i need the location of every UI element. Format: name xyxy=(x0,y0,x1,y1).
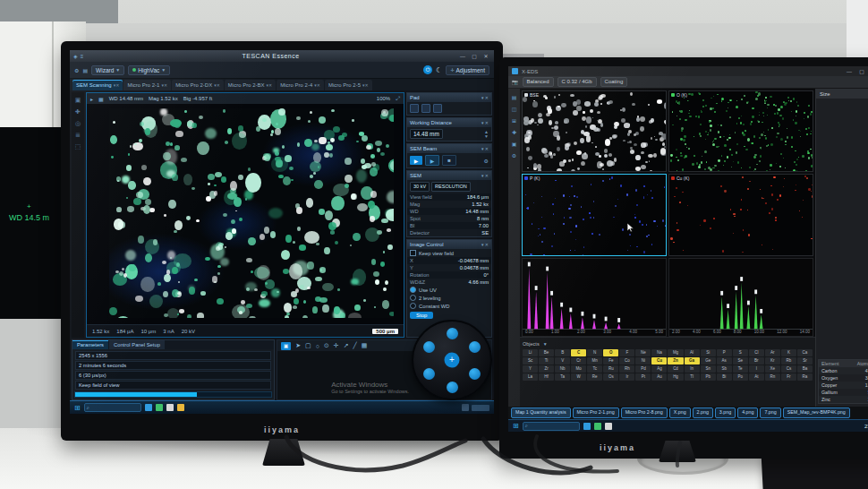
line-tool-icon[interactable]: ╱ xyxy=(353,342,357,349)
element-be[interactable]: Be xyxy=(539,349,554,356)
doc-tab-micro-pro-2-1-png[interactable]: Micro Pro 2-1.png xyxy=(573,408,619,418)
coating-chip[interactable]: Coating xyxy=(600,77,628,87)
play-icon[interactable]: ▸ xyxy=(90,96,93,102)
windows-start-icon[interactable]: ⊞ xyxy=(513,422,519,430)
joystick-dot[interactable] xyxy=(447,328,458,339)
add-icon[interactable]: ✚ xyxy=(512,129,516,135)
element-na[interactable]: Na xyxy=(651,349,667,356)
grid-icon[interactable]: ▦ xyxy=(98,96,104,102)
list-icon[interactable]: ▤ xyxy=(82,67,88,73)
taskbar-app-icon[interactable] xyxy=(166,404,174,411)
element-mg[interactable]: Mg xyxy=(668,349,683,356)
expand-icon[interactable]: ⤢ xyxy=(396,96,400,102)
windows-start-icon[interactable]: ⊞ xyxy=(74,404,81,412)
element-ag[interactable]: Ag xyxy=(651,365,667,373)
element-si[interactable]: Si xyxy=(701,349,716,356)
element-re[interactable]: Re xyxy=(587,373,602,381)
panel-controls-icon[interactable]: ▾ ✕ xyxy=(481,242,489,247)
taskbar-app-icon[interactable] xyxy=(594,423,601,430)
element-at[interactable]: At xyxy=(749,373,764,381)
size-header[interactable]: Size xyxy=(816,89,868,99)
radio-icon[interactable] xyxy=(410,287,416,293)
spectrum-low-energy[interactable]: 0.001.002.003.004.005.00 xyxy=(522,258,667,338)
close-icon[interactable]: ✕ xyxy=(481,53,490,59)
cross-tool-icon[interactable]: ✛ xyxy=(334,342,339,349)
element-cs[interactable]: Cs xyxy=(781,365,796,373)
beam-panel-header[interactable]: SEM Beam ▾ ✕ xyxy=(407,144,491,153)
camera-icon[interactable]: 📷 xyxy=(512,79,519,85)
menu-icon[interactable]: ≡ xyxy=(81,54,84,59)
element-ta[interactable]: Ta xyxy=(555,373,570,381)
sem-image-area[interactable] xyxy=(87,104,404,324)
pad-button[interactable] xyxy=(433,104,442,113)
element-ga[interactable]: Ga xyxy=(685,357,700,365)
element-mo[interactable]: Mo xyxy=(571,365,586,373)
add-tool-icon[interactable]: ✚ xyxy=(75,108,81,116)
maximize-icon[interactable]: ▢ xyxy=(470,53,479,59)
radio-icon[interactable] xyxy=(410,303,416,309)
tab-close-icon[interactable]: ▾✕ xyxy=(214,82,220,88)
element-cl[interactable]: Cl xyxy=(749,349,764,356)
circle-tool-icon[interactable]: ○ xyxy=(316,343,319,349)
wizard-button[interactable]: Wizard ▼ xyxy=(91,65,124,75)
tab-micro-pro-2-bx[interactable]: Micro Pro 2-BX▾✕ xyxy=(225,80,276,90)
report-icon[interactable]: ▣ xyxy=(512,141,517,147)
joystick-dot[interactable] xyxy=(469,341,481,353)
pad-button[interactable] xyxy=(421,104,430,113)
element-i[interactable]: I xyxy=(749,365,764,373)
doc-tab-3-png[interactable]: 3.png xyxy=(715,408,736,418)
panel-controls-icon[interactable]: ▾ ✕ xyxy=(481,173,489,178)
gear-icon[interactable]: ⚙ xyxy=(74,67,79,73)
element-c[interactable]: C xyxy=(571,349,586,356)
tab-micro-pro-2-1[interactable]: Micro Pro 2-1▾✕ xyxy=(123,80,171,90)
cursor-tool-icon[interactable]: ➤ xyxy=(295,342,301,349)
element-tl[interactable]: Tl xyxy=(685,373,700,381)
element-li[interactable]: Li xyxy=(523,349,538,356)
joystick-dot[interactable] xyxy=(423,368,435,380)
element-po[interactable]: Po xyxy=(733,373,748,381)
element-cd[interactable]: Cd xyxy=(668,365,683,373)
checkbox-icon[interactable] xyxy=(410,250,416,256)
doc-tab-sem-map-rev-bmp4k-png[interactable]: SEM_Map_rev-BMP4K.png xyxy=(783,408,850,418)
element-ru[interactable]: Ru xyxy=(603,365,618,373)
highvac-button[interactable]: HighVac ▼ xyxy=(128,65,170,75)
panel-controls-icon[interactable]: ▾ ✕ xyxy=(481,146,489,151)
mode-chip[interactable]: RESOLUTION xyxy=(431,182,471,192)
taskbar-app-icon[interactable] xyxy=(145,404,152,411)
taskbar-search[interactable]: ⌕ xyxy=(84,403,141,412)
joystick-dot[interactable] xyxy=(469,368,481,380)
tab-parameters[interactable]: Parameters xyxy=(72,340,108,349)
minimize-icon[interactable]: — xyxy=(458,54,467,59)
element-ba[interactable]: Ba xyxy=(797,365,813,373)
element-row-oxygen[interactable]: Oxygen31.02 xyxy=(819,374,868,382)
tab-close-icon[interactable]: ▾✕ xyxy=(314,82,320,88)
tab-close-icon[interactable]: ▾✕ xyxy=(114,82,120,88)
power-icon[interactable]: ⏻ xyxy=(423,65,432,74)
rect-tool-icon[interactable]: ▢ xyxy=(305,342,311,349)
tray-clock-area[interactable] xyxy=(472,405,489,411)
beam-scan-button[interactable]: ▶ xyxy=(425,155,439,166)
joystick-dot[interactable] xyxy=(423,341,435,353)
element-pb[interactable]: Pb xyxy=(701,373,716,381)
pad-button[interactable] xyxy=(410,104,419,113)
element-k[interactable]: K xyxy=(781,349,796,356)
element-cr[interactable]: Cr xyxy=(571,357,586,365)
element-row-gallium[interactable]: Gallium5.44 xyxy=(819,389,868,396)
element-ir[interactable]: Ir xyxy=(619,373,634,381)
stepper-icon[interactable]: ▲▼ xyxy=(484,130,489,139)
doc-tab-4-png[interactable]: 4.png xyxy=(737,408,758,418)
tab-micro-pro-2-dx[interactable]: Micro Pro 2-DX▾✕ xyxy=(172,80,224,90)
gear-icon[interactable]: ⚙ xyxy=(484,158,489,164)
element-pt[interactable]: Pt xyxy=(635,373,651,381)
element-pd[interactable]: Pd xyxy=(635,365,651,373)
element-bi[interactable]: Bi xyxy=(717,373,732,381)
project-icon[interactable]: ▤ xyxy=(512,94,517,100)
doc-tab-micro-pro-2-8-png[interactable]: Micro Pro 2-8.png xyxy=(621,408,668,418)
panel-controls-icon[interactable]: ▾ ✕ xyxy=(481,120,489,125)
map-icon[interactable]: ⊞ xyxy=(512,117,516,124)
element-rb[interactable]: Rb xyxy=(781,357,796,365)
element-sn[interactable]: Sn xyxy=(701,365,716,373)
panel-controls-icon[interactable]: ▾ ✕ xyxy=(481,95,489,100)
element-ge[interactable]: Ge xyxy=(701,357,716,365)
element-hg[interactable]: Hg xyxy=(668,373,683,381)
